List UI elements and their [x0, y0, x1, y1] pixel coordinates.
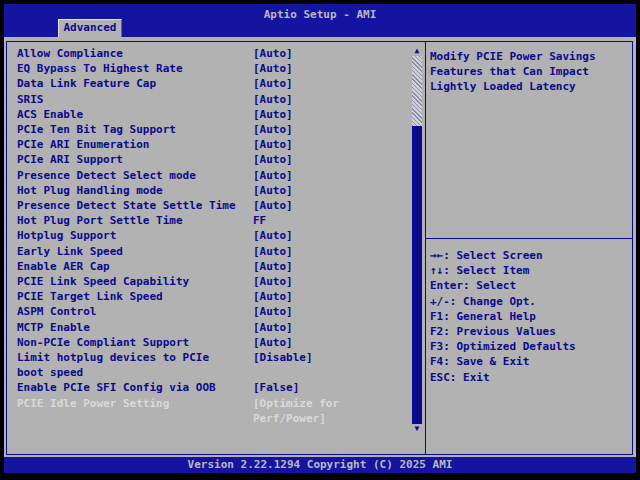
help-text: Modify PCIE Power Savings Features that … [430, 49, 630, 94]
list-item[interactable]: PCIE Target Link Speed[Auto] [17, 289, 412, 304]
setting-value: [Auto] [253, 61, 412, 76]
scrollbar-track[interactable] [412, 56, 422, 126]
tab-advanced[interactable]: Advanced [58, 19, 122, 37]
list-item[interactable]: Hotplug Support[Auto] [17, 228, 412, 243]
settings-list: Allow Compliance[Auto]EQ Bypass To Highe… [17, 46, 412, 426]
setting-value: [Auto] [253, 198, 412, 213]
setting-value: [Auto] [253, 137, 412, 152]
key-hint: F2: Previous Values [430, 324, 630, 339]
scrollbar[interactable]: ▲ ▼ [412, 46, 422, 434]
setting-value: [Auto] [253, 274, 412, 289]
setting-label: Limit hotplug devices to PCIe boot speed [17, 350, 253, 380]
setting-label: ACS Enable [17, 107, 253, 122]
setting-label: ASPM Control [17, 304, 253, 319]
key-hint: →←: Select Screen [430, 248, 630, 263]
setting-value: [Auto] [253, 76, 412, 91]
setting-label: Hot Plug Handling mode [17, 183, 253, 198]
list-item[interactable]: Limit hotplug devices to PCIe boot speed… [17, 350, 412, 380]
list-item[interactable]: Allow Compliance[Auto] [17, 46, 412, 61]
list-item[interactable]: Enable PCIe SFI Config via OOB[False] [17, 380, 412, 395]
setting-value: [Auto] [253, 244, 412, 259]
setting-label: PCIE Link Speed Capability [17, 274, 253, 289]
setting-value: [Auto] [253, 183, 412, 198]
setting-label: Hot Plug Port Settle Time [17, 213, 253, 228]
key-hint: +/-: Change Opt. [430, 294, 630, 309]
key-hints: →←: Select Screen↑↓: Select ItemEnter: S… [430, 248, 630, 385]
setting-label: Enable AER Cap [17, 259, 253, 274]
scroll-down-icon[interactable]: ▼ [412, 424, 422, 434]
setting-value: [Auto] [253, 46, 412, 61]
setting-label: Presence Detect Select mode [17, 168, 253, 183]
setting-value: FF [253, 213, 412, 228]
setting-value: [Auto] [253, 304, 412, 319]
setting-label: Enable PCIe SFI Config via OOB [17, 380, 253, 395]
setting-value: [Disable] [253, 350, 412, 380]
setting-label: SRIS [17, 92, 253, 107]
setting-label: Data Link Feature Cap [17, 76, 253, 91]
key-hint: F1: General Help [430, 309, 630, 324]
setting-label: Allow Compliance [17, 46, 253, 61]
setting-value: [False] [253, 380, 412, 395]
setting-value: [Auto] [253, 289, 412, 304]
setting-value: [Auto] [253, 122, 412, 137]
key-hint: F3: Optimized Defaults [430, 339, 630, 354]
list-item[interactable]: Non-PCIe Compliant Support[Auto] [17, 335, 412, 350]
bios-screen: Aptio Setup - AMI Advanced Allow Complia… [0, 0, 640, 480]
list-item[interactable]: PCIe ARI Support[Auto] [17, 152, 412, 167]
key-hint: Enter: Select [430, 278, 630, 293]
list-item[interactable]: MCTP Enable[Auto] [17, 320, 412, 335]
list-item[interactable]: ACS Enable[Auto] [17, 107, 412, 122]
key-hint: ↑↓: Select Item [430, 263, 630, 278]
key-hint: F4: Save & Exit [430, 354, 630, 369]
list-item[interactable]: SRIS[Auto] [17, 92, 412, 107]
list-item[interactable]: PCIE Link Speed Capability[Auto] [17, 274, 412, 289]
setting-label: PCIe Ten Bit Tag Support [17, 122, 253, 137]
list-item[interactable]: Enable AER Cap[Auto] [17, 259, 412, 274]
list-item[interactable]: PCIE Idle Power Setting[Optimize for Per… [17, 396, 412, 426]
list-item[interactable]: ASPM Control[Auto] [17, 304, 412, 319]
key-hint: ESC: Exit [430, 370, 630, 385]
scroll-up-icon[interactable]: ▲ [412, 46, 422, 56]
setting-value: [Auto] [253, 259, 412, 274]
setting-value: [Auto] [253, 92, 412, 107]
list-item[interactable]: Presence Detect Select mode[Auto] [17, 168, 412, 183]
setting-label: EQ Bypass To Highest Rate [17, 61, 253, 76]
setting-label: Presence Detect State Settle Time [17, 198, 253, 213]
list-item[interactable]: PCIe Ten Bit Tag Support[Auto] [17, 122, 412, 137]
setting-value: [Auto] [253, 152, 412, 167]
setting-label: PCIe ARI Support [17, 152, 253, 167]
setting-label: PCIE Idle Power Setting [17, 396, 253, 426]
setting-label: Non-PCIe Compliant Support [17, 335, 253, 350]
setting-value: [Auto] [253, 320, 412, 335]
footer-bar: Version 2.22.1294 Copyright (C) 2025 AMI [4, 457, 636, 473]
list-item[interactable]: PCIe ARI Enumeration[Auto] [17, 137, 412, 152]
list-item[interactable]: Early Link Speed[Auto] [17, 244, 412, 259]
list-item[interactable]: Hot Plug Port Settle TimeFF [17, 213, 412, 228]
scrollbar-thumb[interactable] [412, 126, 422, 424]
setting-value: [Auto] [253, 168, 412, 183]
setting-value: [Auto] [253, 228, 412, 243]
setting-value: [Optimize for Perf/Power] [253, 396, 412, 426]
setting-label: MCTP Enable [17, 320, 253, 335]
version-text: Version 2.22.1294 Copyright (C) 2025 AMI [4, 457, 636, 473]
setting-label: Hotplug Support [17, 228, 253, 243]
help-keys-divider [426, 238, 633, 239]
list-item[interactable]: Data Link Feature Cap[Auto] [17, 76, 412, 91]
panel-divider-vertical [425, 41, 426, 455]
setting-value: [Auto] [253, 107, 412, 122]
setting-label: PCIe ARI Enumeration [17, 137, 253, 152]
list-item[interactable]: EQ Bypass To Highest Rate[Auto] [17, 61, 412, 76]
setting-label: PCIE Target Link Speed [17, 289, 253, 304]
setting-value: [Auto] [253, 335, 412, 350]
setting-label: Early Link Speed [17, 244, 253, 259]
list-item[interactable]: Presence Detect State Settle Time[Auto] [17, 198, 412, 213]
list-item[interactable]: Hot Plug Handling mode[Auto] [17, 183, 412, 198]
